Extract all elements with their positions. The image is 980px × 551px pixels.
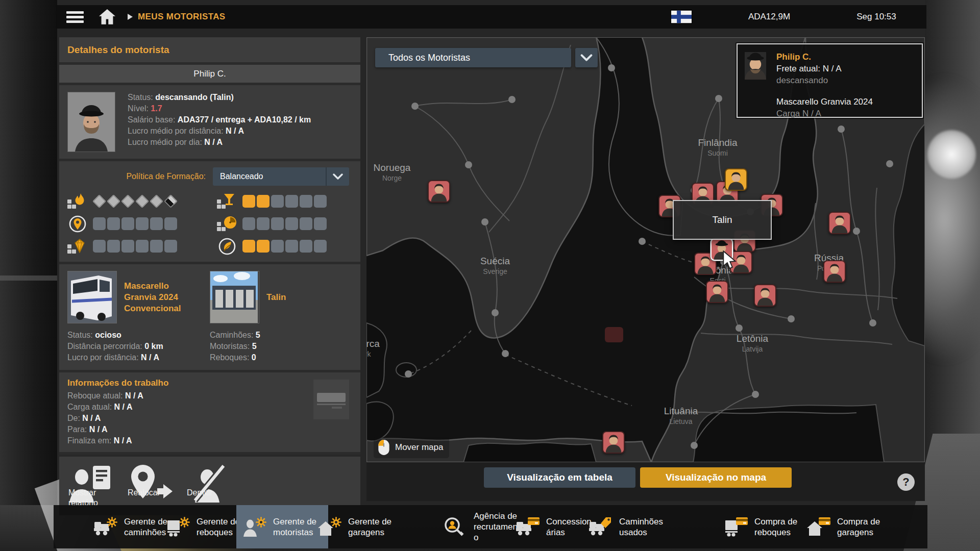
info-row: Salário base: ADA377 / entrega + ADA10,8… — [128, 114, 311, 126]
garage-rail — [0, 276, 57, 281]
home-button[interactable] — [99, 9, 115, 24]
mouse-icon — [378, 439, 390, 456]
driver-name-header: Philip C. — [59, 65, 360, 83]
truck-tag-icon — [589, 516, 613, 538]
eco-leaf-icon — [217, 238, 237, 255]
nav-caminhoes-usados[interactable]: Caminhões usados — [582, 505, 674, 548]
nav-compra-de-garagens[interactable]: Compra de garagens — [800, 505, 892, 548]
skill-point — [150, 240, 163, 253]
top-bar: MEUS MOTORISTAS ADA12,9M Seg 10:53 — [56, 5, 926, 29]
city-tooltip-text: Talin — [712, 214, 732, 226]
assignment-section: Mascarello Granvia 2024 Convencional — [59, 264, 360, 370]
driver-filter-select[interactable]: Todos os Motoristas — [375, 48, 571, 67]
job-info-title: Informações do trabalho — [67, 378, 352, 388]
skill-point — [164, 240, 177, 253]
truck-gear-icon — [93, 516, 118, 538]
move-map-label: Mover mapa — [395, 442, 443, 453]
skill-point — [285, 217, 298, 230]
skill-point — [271, 240, 284, 253]
training-section: Política de Formação: Balanceado — [59, 161, 360, 262]
house-gear-icon — [317, 516, 342, 538]
finland-flag-icon — [671, 10, 692, 23]
driver-hover-card: Philip C. Frete atual: N / A descansando… — [737, 43, 923, 118]
report-icon — [68, 464, 115, 484]
info-row: Para: N / A — [67, 424, 352, 435]
driver-card-truck: Mascarello Granvia 2024 — [776, 96, 873, 108]
dismiss-button[interactable]: Demitir — [187, 464, 234, 508]
menu-button[interactable] — [66, 11, 84, 23]
view-map-button[interactable]: Visualização no mapa — [640, 467, 792, 488]
adr-class-badge — [121, 195, 134, 208]
skill-point — [242, 240, 255, 253]
game-screen: MEUS MOTORISTAS ADA12,9M Seg 10:53 Detal… — [0, 0, 980, 551]
driver-map-marker[interactable] — [828, 212, 851, 234]
skill-point — [257, 195, 270, 208]
driver-map-marker[interactable] — [754, 284, 776, 307]
skill-point — [271, 195, 284, 208]
training-policy-label: Política de Formação: — [126, 172, 206, 181]
driver-card-name: Philip C. — [776, 51, 873, 63]
skill-row — [67, 215, 203, 232]
trailer-thumbnail — [313, 380, 349, 419]
info-row: De: N / A — [67, 413, 352, 424]
skill-point — [271, 217, 284, 230]
time-display: Seg 10:53 — [846, 12, 907, 22]
truck-headlight — [927, 130, 976, 179]
skill-point — [107, 240, 120, 253]
skill-point — [136, 217, 149, 230]
show-report-button[interactable]: Mostrar relatório — [68, 464, 115, 508]
truck-card-icon — [516, 516, 540, 538]
urgent-clock-icon — [217, 215, 237, 233]
info-row: Motoristas: 5 — [210, 341, 352, 352]
assigned-truck[interactable]: Mascarello Granvia 2024 Convencional — [67, 271, 210, 323]
training-policy-select[interactable]: Balanceado — [213, 167, 349, 186]
skill-point — [285, 240, 298, 253]
driver-card-status: descansando — [776, 74, 873, 86]
relocate-button[interactable]: Realocar — [128, 464, 175, 508]
trailer-gear-icon — [166, 516, 190, 538]
driver-map-marker[interactable] — [725, 168, 747, 191]
info-row: Nível: 1.7 — [128, 103, 311, 114]
driver-card-avatar — [745, 52, 766, 80]
city-tooltip: Talin — [673, 200, 772, 240]
skill-point — [300, 240, 312, 253]
adr-flame-icon — [67, 193, 88, 210]
breadcrumb: MEUS MOTORISTAS — [138, 12, 226, 22]
house-card-icon — [806, 516, 831, 538]
skill-row — [217, 215, 352, 232]
adr-class-badge — [136, 195, 149, 208]
chevron-down-icon[interactable] — [326, 167, 349, 186]
driver-filter-chevron-button[interactable] — [575, 48, 598, 67]
driver-details-panel: Detalhes do motorista Philip C. Status: … — [59, 37, 360, 493]
driver-map-marker[interactable] — [602, 431, 625, 454]
driver-filter: Todos os Motoristas — [375, 48, 598, 67]
skill-point — [314, 217, 327, 230]
skill-row — [217, 238, 352, 255]
job-info-section: Informações do trabalho Reboque atual: N… — [59, 372, 360, 452]
breadcrumb-arrow-icon — [128, 14, 133, 20]
driver-map-marker[interactable] — [706, 281, 728, 303]
help-button[interactable]: ? — [897, 473, 915, 491]
assigned-garage[interactable]: Talin — [210, 271, 352, 323]
nav-gerente-de-garagens[interactable]: Gerente de garagens — [311, 505, 403, 548]
training-policy-value: Balanceado — [220, 172, 263, 181]
driver-avatar — [67, 92, 115, 152]
skill-point — [93, 217, 106, 230]
trailer-card-icon — [724, 516, 748, 538]
chevron-down-icon — [580, 54, 593, 61]
move-map-hint: Mover mapa — [374, 437, 449, 458]
info-row: Distância percorrida: 0 km — [67, 341, 210, 352]
skill-point — [121, 217, 134, 230]
person-magnifier-icon — [443, 516, 468, 538]
view-table-button[interactable]: Visualização em tabela — [484, 467, 635, 488]
money-display: ADA12,9M — [739, 12, 800, 22]
map-area[interactable]: NoruegaNorgeSuéciaSverigeFinlândiaSuomiE… — [366, 37, 925, 462]
driver-map-marker[interactable] — [823, 260, 846, 283]
nav-compra-de-reboques[interactable]: Compra de reboques — [718, 505, 810, 548]
bottom-nav: Gerente de caminhõesGerente de reboquesG… — [54, 505, 927, 548]
driver-card-cargo: Carga N / A — [776, 108, 873, 119]
driver-map-marker[interactable] — [428, 180, 450, 203]
skill-point — [242, 195, 255, 208]
dismiss-icon — [187, 464, 234, 484]
info-row: Reboques: 0 — [210, 352, 352, 363]
